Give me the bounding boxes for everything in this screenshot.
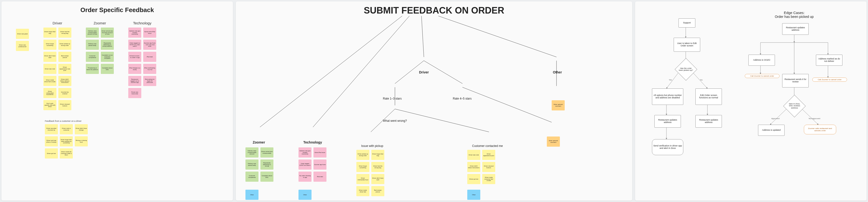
sticky-note[interactable]: Driver forgot something xyxy=(356,162,369,172)
flow-box: Support xyxy=(679,18,695,28)
panel-order-feedback: Order Specific Feedback Driver was great… xyxy=(1,1,233,201)
sticky-note[interactable]: Delivery area unreasonable amount xyxy=(245,147,258,157)
sticky-note[interactable]: Driver didn't have cash xyxy=(371,174,384,184)
sticky-note[interactable]: iPad charges too slowly xyxy=(128,64,141,74)
sticky-note[interactable]: Repeatedly delivering to wrong xyxy=(260,159,273,170)
node-pickup: Issue with pickup xyxy=(361,144,383,148)
sticky-note[interactable]: Address was geo located incorrectly xyxy=(299,147,311,157)
sticky-note[interactable]: Complaint about DSC xyxy=(101,64,114,74)
sticky-note[interactable]: Driver was rude xyxy=(467,150,480,160)
sticky-note[interactable]: Zoomer app froze xyxy=(313,159,327,170)
sticky-note[interactable]: Driver picked up wrong order xyxy=(356,150,369,160)
sticky-note[interactable]: Driver had the wrong bag xyxy=(58,28,71,38)
flow-box: Address marked as do not deliver xyxy=(816,55,842,66)
flow-decision: Sam in Zeus, DSC reviews address xyxy=(783,95,806,117)
sticky-note[interactable]: iPad died xyxy=(143,52,156,62)
sticky-note[interactable]: Wrong or missing food xyxy=(75,136,88,146)
flow-box: All options but phone number and address… xyxy=(652,89,683,105)
sticky-note[interactable]: Driver didn't have cash xyxy=(43,52,56,62)
sticky-note[interactable]: Driver forgot item when picking up somet… xyxy=(60,136,73,146)
flow-pill: Call Zoomer to cancel order xyxy=(745,74,779,78)
sticky-note[interactable]: Some extra iPad issue xyxy=(143,28,156,38)
sticky-note[interactable]: Driver misused buttons xyxy=(58,100,71,110)
sticky-note[interactable]: iPad overheating / too hot xyxy=(143,64,156,74)
sticky-note[interactable]: Driver forgot something xyxy=(43,40,56,50)
sticky-note[interactable]: Customer complained xyxy=(245,172,258,182)
sticky-note[interactable]: Driver didn't follow instructions xyxy=(467,162,480,172)
flow-box: Restaurant updates address xyxy=(695,115,722,128)
sticky-note[interactable]: Driver got lost xyxy=(467,174,480,184)
sticky-note[interactable]: Delivery was paired badly xyxy=(245,159,258,170)
sticky-note[interactable]: Driver misused buttons xyxy=(482,162,495,172)
flow-label: No xyxy=(700,79,703,81)
sticky-note[interactable]: Driver made the customer walk to them xyxy=(60,148,73,158)
sticky-note[interactable]: Complaint about DSC xyxy=(260,172,273,182)
sticky-note[interactable]: Delivery was paired badly xyxy=(86,40,99,50)
sticky-note[interactable]: Delivery area unreasonable amount of tim… xyxy=(86,28,99,38)
sticky-note[interactable]: Driver rude to customer xyxy=(60,124,73,134)
sticky-note[interactable]: Driver didn't have change xyxy=(75,124,88,134)
svg-line-23 xyxy=(770,109,786,125)
sticky-note[interactable]: Repeatedly delivering to wrong address xyxy=(101,40,114,50)
flow-box: User is taken to Edit Order screen xyxy=(674,38,700,52)
sticky-note[interactable]: Other xyxy=(245,190,258,200)
flow-label: Approved xyxy=(771,118,779,120)
sticky-note[interactable]: Driver forgot their bag xyxy=(371,150,384,160)
sticky-note[interactable]: Driver had the wrong bag xyxy=(371,162,384,172)
sticky-note[interactable]: Complaint not an expected complaint xyxy=(101,52,114,62)
footer-notes: Driver recorded incorrect tipDriver rude… xyxy=(45,124,226,158)
sticky-note[interactable]: Extra iPad issue xyxy=(313,147,327,157)
sticky-note[interactable]: Driver was great xyxy=(16,29,29,39)
sticky-note[interactable]: Incorrect tip entered xyxy=(58,88,71,98)
sticky-note[interactable]: Driver took bad photo of receipt xyxy=(45,136,58,146)
sticky-note[interactable]: Bad receipt picture xyxy=(58,52,71,62)
sticky-note[interactable]: Other xyxy=(299,190,311,200)
node-zoomer: Zoomer xyxy=(253,141,265,144)
sticky-note[interactable]: No order showing in app xyxy=(299,172,311,182)
col-driver: Driver xyxy=(43,21,71,25)
sticky-note[interactable]: Order tagged DONT but wasn't xyxy=(299,159,311,170)
sticky-note[interactable]: Zoomer app froze - can't see next order xyxy=(143,40,156,50)
sticky-note[interactable]: Driver didn't follow delivery instructio… xyxy=(58,76,71,86)
flow-pill: Call Zoomer to cancel order xyxy=(812,78,847,82)
sticky-note[interactable]: Driver got lost xyxy=(45,148,58,158)
sticky-note[interactable]: Driver was professional xyxy=(16,41,29,51)
node-rate13: Rate 1–3 stars xyxy=(383,97,402,100)
flow-box: Restaurant sends it for review xyxy=(782,74,809,87)
flow-box: Address is updated xyxy=(758,125,784,136)
sticky-note[interactable]: Enter optional comment xyxy=(547,136,560,147)
sticky-note[interactable]: Driver mishandled food/drinks xyxy=(43,88,56,98)
sticky-note[interactable]: Enter optional comment xyxy=(552,100,565,110)
sticky-note[interactable]: Driver picked up wrong order xyxy=(58,40,71,50)
footer-label: Feedback from a customer on a driver xyxy=(45,120,226,122)
sticky-note[interactable]: Route was inaccurate xyxy=(128,88,141,98)
sticky-note[interactable]: Don't work specific shift with driver xyxy=(43,100,56,110)
flow-decision: Has the order been picked up? xyxy=(675,58,697,80)
sticky-note[interactable]: Driver appearance was poor xyxy=(58,64,71,74)
sticky-note[interactable]: Customer complained xyxy=(86,52,99,62)
sticky-note[interactable]: Restaurant logged out of Zoomer app xyxy=(128,76,141,86)
sticky-note[interactable]: Bad receipt picture xyxy=(371,186,384,196)
flow-box: Restaurant updates address xyxy=(654,115,681,128)
sticky-note[interactable]: Driver mishandled food xyxy=(356,174,369,184)
sticky-note[interactable]: Driver made driver feel xyxy=(356,186,369,196)
sticky-note[interactable]: Driver arrival was incorrect amount of t… xyxy=(101,28,114,38)
sticky-note[interactable]: Driver arrival time unreasonable xyxy=(260,147,273,157)
sticky-note[interactable]: Order tagged as DONT but order wasn't xyxy=(128,40,141,50)
sticky-note[interactable]: Driver made driver feel unsafe xyxy=(43,76,56,86)
sticky-note[interactable]: Driver was rude xyxy=(43,64,56,74)
sticky-note[interactable]: iPad asking for Apple ID passcode xyxy=(143,76,156,86)
sticky-note[interactable]: Driver forgot their bag xyxy=(43,28,56,38)
flow-label: Yes xyxy=(669,79,672,81)
sticky-note[interactable]: Arrived at store - no order in app xyxy=(128,52,141,62)
flow-box: Edit Order screen functions as normal xyxy=(695,89,722,105)
sticky-note[interactable]: Driver appearance poor xyxy=(482,150,495,160)
sticky-note[interactable]: Driver recorded incorrect tip xyxy=(45,124,58,134)
sticky-note[interactable]: Threatening to leave the platform xyxy=(86,64,99,74)
sticky-note[interactable]: iPad died xyxy=(313,172,327,182)
col-tech: Technology xyxy=(128,21,156,25)
sticky-note[interactable]: Address was geo located incorrectly xyxy=(128,28,141,38)
sticky-note[interactable]: Driver made customer feel unsafe xyxy=(482,174,495,184)
col-zoomer: Zoomer xyxy=(86,21,114,25)
sticky-note[interactable]: Other xyxy=(467,190,480,200)
